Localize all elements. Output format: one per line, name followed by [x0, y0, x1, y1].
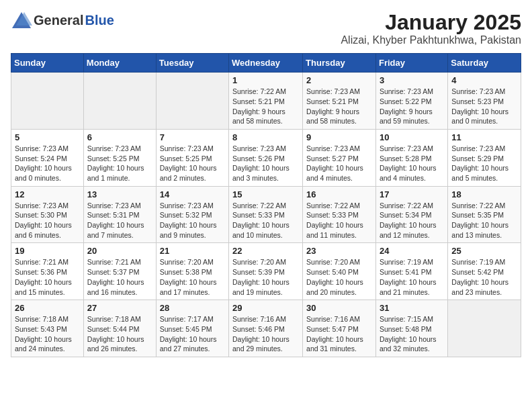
logo-icon — [11, 11, 32, 30]
day-info: Sunrise: 7:16 AM Sunset: 5:46 PM Dayligh… — [232, 314, 299, 354]
day-info: Sunrise: 7:23 AM Sunset: 5:25 PM Dayligh… — [87, 144, 152, 183]
day-number: 7 — [160, 132, 225, 142]
calendar-cell: 25Sunrise: 7:19 AM Sunset: 5:42 PM Dayli… — [448, 243, 521, 300]
calendar-cell: 21Sunrise: 7:20 AM Sunset: 5:38 PM Dayli… — [156, 243, 228, 300]
day-info: Sunrise: 7:23 AM Sunset: 5:26 PM Dayligh… — [232, 144, 299, 183]
day-number: 12 — [15, 189, 80, 199]
calendar-cell: 12Sunrise: 7:23 AM Sunset: 5:30 PM Dayli… — [11, 186, 84, 243]
page-subtitle: Alizai, Khyber Pakhtunkhwa, Pakistan — [341, 34, 521, 46]
calendar-cell: 6Sunrise: 7:23 AM Sunset: 5:25 PM Daylig… — [83, 129, 156, 186]
day-info: Sunrise: 7:23 AM Sunset: 5:30 PM Dayligh… — [15, 201, 80, 240]
calendar-cell: 10Sunrise: 7:23 AM Sunset: 5:28 PM Dayli… — [375, 129, 447, 186]
day-number: 27 — [87, 303, 152, 313]
calendar-cell: 24Sunrise: 7:19 AM Sunset: 5:41 PM Dayli… — [375, 243, 447, 300]
day-info: Sunrise: 7:22 AM Sunset: 5:21 PM Dayligh… — [232, 87, 299, 126]
day-number: 26 — [15, 303, 80, 313]
day-number: 16 — [306, 189, 372, 199]
calendar-cell — [448, 300, 521, 357]
day-info: Sunrise: 7:21 AM Sunset: 5:37 PM Dayligh… — [87, 257, 152, 297]
day-info: Sunrise: 7:19 AM Sunset: 5:41 PM Dayligh… — [380, 257, 444, 297]
day-number: 18 — [451, 189, 517, 199]
day-number: 29 — [232, 303, 299, 313]
calendar-cell: 13Sunrise: 7:23 AM Sunset: 5:31 PM Dayli… — [83, 186, 156, 243]
day-info: Sunrise: 7:23 AM Sunset: 5:27 PM Dayligh… — [306, 144, 372, 183]
title-block: January 2025 Alizai, Khyber Pakhtunkhwa,… — [341, 11, 521, 46]
day-number: 30 — [306, 303, 372, 313]
day-info: Sunrise: 7:23 AM Sunset: 5:29 PM Dayligh… — [451, 144, 517, 183]
day-number: 11 — [451, 132, 517, 142]
day-number: 3 — [380, 75, 444, 85]
calendar-cell: 3Sunrise: 7:23 AM Sunset: 5:22 PM Daylig… — [375, 73, 447, 130]
day-number: 4 — [451, 75, 517, 85]
day-of-week-header: Sunday — [11, 54, 84, 73]
day-info: Sunrise: 7:23 AM Sunset: 5:22 PM Dayligh… — [380, 87, 444, 126]
logo-text-blue: Blue — [85, 13, 114, 28]
day-info: Sunrise: 7:23 AM Sunset: 5:32 PM Dayligh… — [160, 201, 225, 240]
day-info: Sunrise: 7:18 AM Sunset: 5:44 PM Dayligh… — [87, 314, 152, 354]
calendar-cell: 29Sunrise: 7:16 AM Sunset: 5:46 PM Dayli… — [229, 300, 303, 357]
calendar-table: SundayMondayTuesdayWednesdayThursdayFrid… — [11, 53, 521, 357]
calendar-cell: 2Sunrise: 7:23 AM Sunset: 5:21 PM Daylig… — [303, 73, 376, 130]
calendar-cell: 20Sunrise: 7:21 AM Sunset: 5:37 PM Dayli… — [83, 243, 156, 300]
day-number: 23 — [306, 246, 372, 256]
day-number: 13 — [87, 189, 152, 199]
day-info: Sunrise: 7:17 AM Sunset: 5:45 PM Dayligh… — [160, 314, 225, 354]
day-number: 19 — [15, 246, 80, 256]
calendar-week-row: 26Sunrise: 7:18 AM Sunset: 5:43 PM Dayli… — [11, 300, 521, 357]
day-info: Sunrise: 7:16 AM Sunset: 5:47 PM Dayligh… — [306, 314, 372, 354]
day-of-week-header: Saturday — [448, 54, 521, 73]
logo: GeneralBlue — [11, 11, 114, 30]
day-info: Sunrise: 7:23 AM Sunset: 5:24 PM Dayligh… — [15, 144, 80, 183]
day-info: Sunrise: 7:20 AM Sunset: 5:40 PM Dayligh… — [306, 257, 372, 297]
day-info: Sunrise: 7:15 AM Sunset: 5:48 PM Dayligh… — [380, 314, 444, 354]
day-number: 28 — [160, 303, 225, 313]
day-number: 17 — [380, 189, 444, 199]
calendar-cell: 15Sunrise: 7:22 AM Sunset: 5:33 PM Dayli… — [229, 186, 303, 243]
day-info: Sunrise: 7:22 AM Sunset: 5:35 PM Dayligh… — [451, 201, 517, 240]
calendar-cell — [156, 73, 228, 130]
day-of-week-header: Friday — [375, 54, 447, 73]
calendar-cell: 30Sunrise: 7:16 AM Sunset: 5:47 PM Dayli… — [303, 300, 376, 357]
calendar-cell: 31Sunrise: 7:15 AM Sunset: 5:48 PM Dayli… — [375, 300, 447, 357]
day-number: 14 — [160, 189, 225, 199]
calendar-cell: 22Sunrise: 7:20 AM Sunset: 5:39 PM Dayli… — [229, 243, 303, 300]
calendar-week-row: 12Sunrise: 7:23 AM Sunset: 5:30 PM Dayli… — [11, 186, 521, 243]
day-info: Sunrise: 7:23 AM Sunset: 5:28 PM Dayligh… — [380, 144, 444, 183]
day-info: Sunrise: 7:22 AM Sunset: 5:34 PM Dayligh… — [380, 201, 444, 240]
day-of-week-header: Wednesday — [229, 54, 303, 73]
day-number: 25 — [451, 246, 517, 256]
day-info: Sunrise: 7:22 AM Sunset: 5:33 PM Dayligh… — [306, 201, 372, 240]
calendar-week-row: 5Sunrise: 7:23 AM Sunset: 5:24 PM Daylig… — [11, 129, 521, 186]
calendar-cell: 4Sunrise: 7:23 AM Sunset: 5:23 PM Daylig… — [448, 73, 521, 130]
day-number: 8 — [232, 132, 299, 142]
calendar-cell: 18Sunrise: 7:22 AM Sunset: 5:35 PM Dayli… — [448, 186, 521, 243]
calendar-cell: 26Sunrise: 7:18 AM Sunset: 5:43 PM Dayli… — [11, 300, 84, 357]
calendar-cell — [83, 73, 156, 130]
day-info: Sunrise: 7:19 AM Sunset: 5:42 PM Dayligh… — [451, 257, 517, 297]
day-info: Sunrise: 7:20 AM Sunset: 5:38 PM Dayligh… — [160, 257, 225, 297]
calendar-cell: 27Sunrise: 7:18 AM Sunset: 5:44 PM Dayli… — [83, 300, 156, 357]
day-number: 15 — [232, 189, 299, 199]
day-info: Sunrise: 7:23 AM Sunset: 5:31 PM Dayligh… — [87, 201, 152, 240]
calendar-header-row: SundayMondayTuesdayWednesdayThursdayFrid… — [11, 54, 521, 73]
day-info: Sunrise: 7:22 AM Sunset: 5:33 PM Dayligh… — [232, 201, 299, 240]
calendar-cell — [11, 73, 84, 130]
calendar-cell: 19Sunrise: 7:21 AM Sunset: 5:36 PM Dayli… — [11, 243, 84, 300]
page-title: January 2025 — [341, 11, 521, 34]
logo-text-general: General — [34, 13, 83, 28]
calendar-week-row: 1Sunrise: 7:22 AM Sunset: 5:21 PM Daylig… — [11, 73, 521, 130]
calendar-week-row: 19Sunrise: 7:21 AM Sunset: 5:36 PM Dayli… — [11, 243, 521, 300]
day-of-week-header: Thursday — [303, 54, 376, 73]
day-info: Sunrise: 7:20 AM Sunset: 5:39 PM Dayligh… — [232, 257, 299, 297]
day-info: Sunrise: 7:21 AM Sunset: 5:36 PM Dayligh… — [15, 257, 80, 297]
day-info: Sunrise: 7:18 AM Sunset: 5:43 PM Dayligh… — [15, 314, 80, 354]
calendar-cell: 11Sunrise: 7:23 AM Sunset: 5:29 PM Dayli… — [448, 129, 521, 186]
day-number: 6 — [87, 132, 152, 142]
day-of-week-header: Monday — [83, 54, 156, 73]
calendar-cell: 28Sunrise: 7:17 AM Sunset: 5:45 PM Dayli… — [156, 300, 228, 357]
calendar-cell: 16Sunrise: 7:22 AM Sunset: 5:33 PM Dayli… — [303, 186, 376, 243]
calendar-cell: 14Sunrise: 7:23 AM Sunset: 5:32 PM Dayli… — [156, 186, 228, 243]
calendar-cell: 8Sunrise: 7:23 AM Sunset: 5:26 PM Daylig… — [229, 129, 303, 186]
day-of-week-header: Tuesday — [156, 54, 228, 73]
day-number: 22 — [232, 246, 299, 256]
